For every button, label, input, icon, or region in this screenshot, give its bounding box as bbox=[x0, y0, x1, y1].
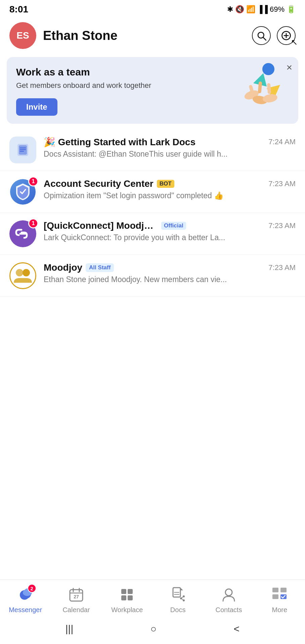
svg-point-22 bbox=[16, 269, 23, 276]
chat-avatar-wrap: 1 bbox=[9, 178, 36, 205]
banner-title: Work as a team bbox=[16, 66, 233, 78]
svg-rect-34 bbox=[121, 589, 126, 594]
svg-rect-37 bbox=[128, 595, 133, 600]
svg-point-23 bbox=[23, 269, 30, 276]
svg-rect-35 bbox=[128, 589, 133, 594]
banner-close-button[interactable]: × bbox=[286, 62, 292, 72]
chat-avatar-moodjoy bbox=[9, 262, 36, 289]
svg-point-5 bbox=[262, 63, 274, 75]
messenger-icon-wrap: 2 bbox=[16, 585, 35, 604]
wifi-icon: 📶 bbox=[246, 5, 255, 14]
header: ES Ethan Stone ↖ bbox=[0, 17, 305, 54]
chat-preview: Opimization item "Set login password" co… bbox=[44, 191, 296, 200]
nav-label-more: More bbox=[272, 606, 288, 614]
nav-item-more[interactable]: More bbox=[263, 585, 296, 614]
chat-preview: Lark QuickConnect: To provide you with a… bbox=[44, 233, 296, 242]
tag-bot: BOT bbox=[157, 180, 174, 188]
chat-time: 7:23 AM bbox=[268, 263, 296, 272]
svg-rect-13 bbox=[267, 83, 271, 94]
chat-info: Moodjoy All Staff 7:23 AM Ethan Stone jo… bbox=[44, 262, 296, 284]
svg-rect-47 bbox=[272, 588, 278, 592]
sys-nav-home[interactable]: ○ bbox=[150, 623, 157, 635]
cursor-indicator: ↖ bbox=[291, 38, 298, 47]
chat-name: 🎉 Getting Started with Lark Docs bbox=[44, 137, 195, 148]
banner-content: Work as a team Get members onboard and w… bbox=[16, 66, 233, 116]
docs-nav-icon-wrap bbox=[169, 585, 187, 604]
nav-label-messenger: Messenger bbox=[9, 606, 42, 614]
battery-icon: 🔋 bbox=[287, 5, 296, 14]
nav-item-docs[interactable]: Docs bbox=[161, 585, 195, 614]
chat-name: Account Security Center bbox=[44, 178, 154, 189]
chat-name-row: Moodjoy All Staff bbox=[44, 262, 264, 273]
nav-item-calendar[interactable]: 27 Calendar bbox=[59, 585, 93, 614]
tag-allstaff: All Staff bbox=[86, 263, 114, 272]
chat-time: 7:23 AM bbox=[268, 221, 296, 230]
add-icon bbox=[281, 31, 291, 41]
content-spacer bbox=[0, 438, 305, 580]
banner: Work as a team Get members onboard and w… bbox=[7, 57, 298, 124]
header-actions: ↖ bbox=[252, 26, 296, 45]
calendar-icon: 27 bbox=[68, 586, 85, 603]
chat-info: Account Security Center BOT 7:23 AM Opim… bbox=[44, 178, 296, 200]
chat-name-row: Account Security Center BOT bbox=[44, 178, 264, 189]
chat-name: [QuickConnect] Moodjoy x... bbox=[44, 220, 158, 231]
nav-item-messenger[interactable]: 2 Messenger bbox=[9, 585, 42, 614]
nav-label-contacts: Contacts bbox=[216, 606, 242, 614]
svg-rect-36 bbox=[121, 595, 126, 600]
invite-button[interactable]: Invite bbox=[16, 98, 57, 116]
search-icon bbox=[256, 31, 266, 41]
chat-avatar-wrap bbox=[9, 137, 36, 163]
svg-point-46 bbox=[225, 589, 232, 596]
chat-name: Moodjoy bbox=[44, 262, 82, 273]
illustration-svg bbox=[233, 63, 290, 110]
chat-avatar-wrap bbox=[9, 262, 36, 289]
nav-item-workplace[interactable]: Workplace bbox=[110, 585, 144, 614]
svg-rect-49 bbox=[272, 594, 278, 599]
battery-percent: 69% bbox=[270, 5, 285, 14]
banner-subtitle: Get members onboard and work together bbox=[16, 80, 233, 91]
svg-line-45 bbox=[181, 598, 184, 600]
chat-item[interactable]: 1 [QuickConnect] Moodjoy x... Official 7… bbox=[0, 213, 305, 255]
chat-item[interactable]: 🎉 Getting Started with Lark Docs 7:24 AM… bbox=[0, 129, 305, 171]
chat-time: 7:24 AM bbox=[268, 138, 296, 146]
chat-preview: Ethan Stone joined Moodjoy. New members … bbox=[44, 275, 296, 284]
status-time: 8:01 bbox=[9, 4, 28, 15]
docs-icon bbox=[15, 143, 30, 157]
workplace-icon bbox=[119, 586, 135, 603]
docs-nav-icon bbox=[170, 586, 186, 603]
avatar[interactable]: ES bbox=[9, 22, 36, 49]
chat-avatar-docs bbox=[9, 137, 36, 163]
more-icon-wrap bbox=[270, 585, 289, 604]
add-button[interactable]: ↖ bbox=[277, 26, 296, 45]
svg-line-44 bbox=[181, 596, 184, 598]
calendar-icon-wrap: 27 bbox=[67, 585, 86, 604]
workplace-icon-wrap bbox=[118, 585, 136, 604]
chat-top: [QuickConnect] Moodjoy x... Official 7:2… bbox=[44, 220, 296, 231]
sys-nav-menu[interactable]: ||| bbox=[66, 623, 73, 635]
contacts-icon-wrap bbox=[219, 585, 238, 604]
chat-list: 🎉 Getting Started with Lark Docs 7:24 AM… bbox=[0, 129, 305, 438]
chat-item[interactable]: 1 Account Security Center BOT 7:23 AM Op… bbox=[0, 171, 305, 213]
user-name: Ethan Stone bbox=[43, 29, 252, 43]
tag-official: Official bbox=[161, 222, 186, 230]
chat-top: Account Security Center BOT 7:23 AM bbox=[44, 178, 296, 189]
sys-nav-back[interactable]: < bbox=[234, 623, 240, 635]
nav-label-docs: Docs bbox=[170, 606, 186, 614]
status-icons: ✱ 🔇 📶 ▐▐ 69% 🔋 bbox=[227, 5, 296, 14]
chat-time: 7:23 AM bbox=[268, 179, 296, 188]
search-button[interactable] bbox=[252, 26, 271, 45]
chat-top: Moodjoy All Staff 7:23 AM bbox=[44, 262, 296, 273]
banner-illustration bbox=[233, 63, 290, 110]
system-nav-bar: ||| ○ < bbox=[0, 617, 305, 644]
svg-line-1 bbox=[263, 38, 266, 40]
more-icon bbox=[271, 586, 288, 603]
chat-top: 🎉 Getting Started with Lark Docs 7:24 AM bbox=[44, 137, 296, 148]
chat-item[interactable]: Moodjoy All Staff 7:23 AM Ethan Stone jo… bbox=[0, 255, 305, 297]
nav-item-contacts[interactable]: Contacts bbox=[212, 585, 246, 614]
chat-name-row: [QuickConnect] Moodjoy x... Official bbox=[44, 220, 264, 231]
chat-preview: Docs Assistant: @Ethan StoneThis user gu… bbox=[44, 150, 296, 159]
svg-text:27: 27 bbox=[74, 594, 79, 599]
chat-avatar-wrap: 1 bbox=[9, 220, 36, 247]
chat-badge: 1 bbox=[28, 176, 38, 186]
moodjoy-icon bbox=[10, 263, 35, 288]
